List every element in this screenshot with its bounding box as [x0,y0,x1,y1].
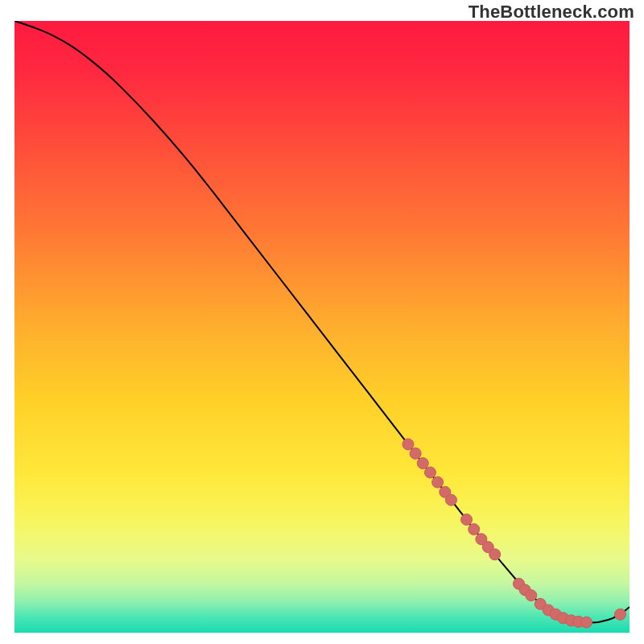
curve-marker [615,609,626,620]
curve-marker [410,448,421,459]
curve-marker [432,477,444,488]
curve-marker [445,494,456,506]
curve-marker [526,590,537,601]
curve-marker [469,524,480,535]
curve-marker [581,617,592,628]
gradient-background [14,21,630,633]
curve-marker [424,467,436,478]
chart-container: TheBottleneck.com [0,0,644,644]
curve-marker [489,549,501,560]
curve-marker [417,457,428,469]
bottleneck-chart [0,0,644,644]
curve-marker [402,439,414,450]
curve-marker [461,514,473,525]
